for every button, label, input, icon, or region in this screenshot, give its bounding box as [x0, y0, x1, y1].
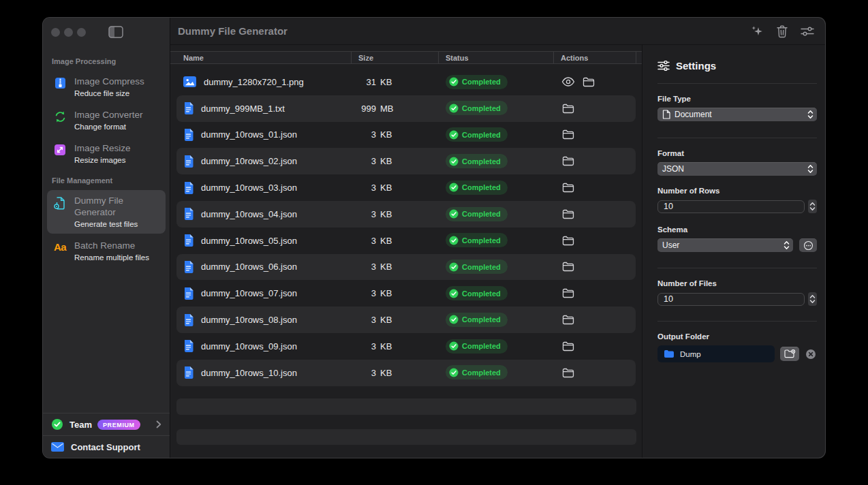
file-name: dummy_10rows_01.json: [201, 129, 297, 140]
reveal-in-folder-button[interactable]: [561, 314, 576, 326]
status-badge: Completed: [446, 365, 508, 379]
column-header-actions: Actions: [554, 52, 636, 63]
sidebar-item-subtitle: Rename multiple files: [74, 253, 149, 262]
check-circle-icon: [449, 262, 459, 272]
filter-button[interactable]: [800, 24, 815, 39]
folder-blue-icon: [664, 350, 674, 358]
format-select[interactable]: JSON: [657, 162, 817, 176]
table-row[interactable]: dummy_10rows_03.json 3 KB Completed: [176, 174, 636, 201]
file-type-select[interactable]: Document: [657, 108, 817, 121]
table-row[interactable]: dummy_10rows_05.json 3 KB Completed: [176, 228, 636, 254]
sidebar-item-subtitle: Generate test files: [74, 220, 160, 228]
sidebar-item-batch-rename[interactable]: Aa Batch Rename Rename multiple files: [47, 235, 166, 267]
preview-button[interactable]: [561, 76, 576, 88]
format-value: JSON: [662, 164, 807, 174]
table-row[interactable]: dummy_10rows_10.json 3 KB Completed: [176, 360, 636, 386]
file-name: dummy_10rows_04.json: [201, 209, 297, 219]
sidebar-item-subtitle: Change format: [74, 123, 143, 131]
file-name: dummy_1280x720_1.png: [204, 77, 304, 87]
files-stepper[interactable]: [808, 292, 817, 306]
reveal-in-folder-button[interactable]: [561, 234, 576, 247]
reveal-in-folder-button[interactable]: [561, 261, 576, 273]
reveal-in-folder-button[interactable]: [561, 208, 576, 220]
column-header-status: Status: [439, 52, 554, 63]
trash-icon: [776, 25, 788, 38]
table-row[interactable]: dummy_1280x720_1.png 31 KB Completed: [176, 69, 636, 95]
status-badge: Completed: [446, 127, 508, 142]
files-input[interactable]: [657, 293, 805, 306]
titlebar: Dummy File Generator: [170, 18, 825, 45]
reveal-in-folder-button[interactable]: [561, 155, 576, 168]
status-text: Completed: [462, 157, 501, 166]
check-circle-icon: [449, 104, 459, 113]
sidebar-item-label: Dummy File Generator: [74, 195, 160, 218]
sidebar-item-image-converter[interactable]: Image Converter Change format: [47, 104, 166, 136]
table-row[interactable]: dummy_999MB_1.txt 999 MB Completed: [176, 95, 636, 122]
status-badge: Completed: [446, 154, 508, 168]
schema-select[interactable]: User: [657, 238, 793, 252]
table-row[interactable]: dummy_10rows_07.json 3 KB Completed: [176, 280, 636, 307]
folder-icon: [562, 368, 574, 378]
text-file-icon: [183, 287, 193, 300]
file-size-value: 3: [358, 209, 376, 219]
rows-stepper[interactable]: [808, 200, 817, 213]
output-folder-value: Dump: [680, 350, 701, 358]
delete-button[interactable]: [775, 24, 790, 39]
sidebar-item-label: Batch Rename: [74, 240, 149, 251]
table-row[interactable]: dummy_10rows_01.json 3 KB Completed: [176, 122, 636, 148]
table-row[interactable]: dummy_10rows_02.json 3 KB Completed: [176, 148, 636, 174]
schema-options-button[interactable]: [799, 238, 817, 252]
file-name: dummy_10rows_09.json: [201, 341, 297, 351]
sidebar: Image Processing Image Compress Reduce f…: [43, 18, 170, 458]
file-size-value: 3: [358, 156, 376, 166]
sidebar-sections: Image Processing Image Compress Reduce f…: [43, 46, 170, 268]
reveal-in-folder-button[interactable]: [561, 102, 576, 114]
zoom-window-button[interactable]: [77, 28, 86, 37]
status-text: Completed: [462, 210, 501, 218]
doc-gear-icon: [53, 196, 67, 210]
batch-rename-icon: Aa: [53, 241, 67, 253]
reveal-in-folder-button[interactable]: [561, 340, 576, 352]
envelope-icon: [51, 442, 64, 452]
status-badge: Completed: [446, 313, 508, 327]
schema-label: Schema: [657, 225, 817, 234]
sidebar-toggle-icon[interactable]: [108, 26, 123, 38]
sidebar-item-image-resize[interactable]: Image Resize Resize images: [47, 138, 166, 170]
reveal-in-folder-button[interactable]: [561, 366, 576, 379]
generate-button[interactable]: [749, 24, 764, 39]
reveal-in-folder-button[interactable]: [581, 76, 596, 88]
table-row[interactable]: dummy_10rows_04.json 3 KB Completed: [176, 201, 636, 228]
choose-folder-button[interactable]: [780, 347, 799, 361]
reveal-in-folder-button[interactable]: [561, 129, 576, 141]
sidebar-item-image-compress[interactable]: Image Compress Reduce file size: [47, 71, 166, 103]
reveal-in-folder-button[interactable]: [561, 287, 576, 300]
file-size-unit: KB: [380, 315, 392, 325]
table-row[interactable]: dummy_10rows_09.json 3 KB Completed: [176, 333, 636, 360]
close-window-button[interactable]: [51, 28, 60, 37]
progress-bar-placeholder-1: [176, 398, 636, 415]
folder-icon: [562, 236, 574, 246]
file-size-value: 3: [358, 236, 376, 246]
sidebar-item-contact-support[interactable]: Contact Support: [43, 435, 170, 458]
sidebar-item-team[interactable]: Team PREMIUM: [43, 413, 170, 435]
convert-icon: [53, 110, 67, 123]
table-row[interactable]: dummy_10rows_06.json 3 KB Completed: [176, 254, 636, 281]
minimize-window-button[interactable]: [64, 28, 73, 37]
status-text: Completed: [462, 183, 501, 191]
seal-check-icon: [51, 418, 63, 431]
sidebar-item-dummy-file-generator[interactable]: Dummy File Generator Generate test files: [47, 190, 166, 234]
table-row[interactable]: dummy_10rows_08.json 3 KB Completed: [176, 307, 636, 333]
sidebar-section: File Management Dummy File Generator Gen…: [43, 171, 170, 267]
check-circle-icon: [449, 130, 459, 140]
folder-icon: [583, 77, 595, 87]
table-body: dummy_1280x720_1.png 31 KB Completed: [176, 69, 636, 386]
clear-output-button[interactable]: [805, 348, 817, 360]
output-folder-chip[interactable]: Dump: [657, 345, 775, 362]
toolbar: [749, 24, 815, 39]
file-type-value: Document: [675, 110, 807, 119]
format-label: Format: [657, 149, 817, 157]
check-circle-icon: [449, 315, 459, 324]
reveal-in-folder-button[interactable]: [561, 182, 576, 194]
rows-input[interactable]: [657, 200, 805, 213]
document-icon: [662, 110, 670, 119]
